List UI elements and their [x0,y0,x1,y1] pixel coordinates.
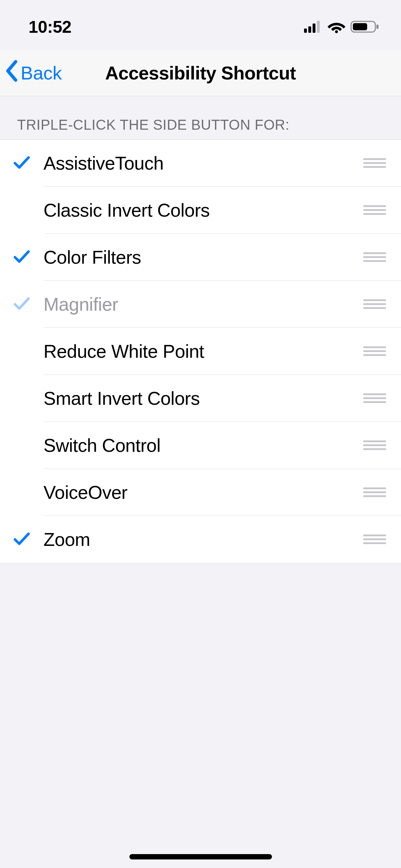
checkmark-slot [0,296,43,313]
list-item-label: Classic Invert Colors [43,200,363,221]
reorder-handle-icon[interactable] [363,487,401,497]
list-item[interactable]: Color Filters [0,234,401,281]
list-item[interactable]: AssistiveTouch [0,140,401,187]
svg-rect-17 [363,299,386,301]
list-item[interactable]: VoiceOver [0,469,401,516]
back-label: Back [21,62,62,84]
shortcut-list: AssistiveTouchClassic Invert ColorsColor… [0,139,401,563]
svg-rect-7 [376,25,379,29]
svg-rect-0 [304,29,307,33]
list-item-label: Magnifier [43,294,363,315]
svg-rect-13 [363,213,386,215]
svg-rect-1 [308,26,311,33]
svg-rect-21 [363,350,386,352]
cellular-signal-icon [304,21,323,33]
svg-rect-34 [363,542,386,544]
list-item[interactable]: Zoom [0,516,401,563]
svg-rect-30 [363,491,386,493]
svg-rect-18 [363,303,386,305]
svg-point-4 [335,30,338,33]
svg-rect-10 [363,166,386,168]
list-item[interactable]: Magnifier [0,281,401,328]
checkmark-slot [0,155,43,172]
section-header: TRIPLE-CLICK THE SIDE BUTTON FOR: [0,96,401,139]
list-item-label: VoiceOver [43,482,363,503]
svg-rect-2 [313,24,315,33]
svg-rect-27 [363,444,386,446]
svg-rect-12 [363,209,386,211]
svg-rect-32 [363,534,386,536]
svg-rect-31 [363,495,386,497]
svg-rect-14 [363,252,386,254]
checkmark-icon [14,296,30,313]
checkmark-slot [0,531,43,548]
reorder-handle-icon[interactable] [363,534,401,544]
svg-rect-24 [363,397,386,399]
list-item[interactable]: Reduce White Point [0,328,401,375]
reorder-handle-icon[interactable] [363,393,401,403]
svg-rect-22 [363,354,386,356]
svg-rect-9 [363,162,386,164]
back-button[interactable]: Back [5,60,62,87]
list-item-label: Switch Control [43,435,363,456]
status-indicators [304,16,387,33]
list-item-label: Reduce White Point [43,341,363,362]
svg-rect-15 [363,256,386,258]
svg-rect-11 [363,205,386,207]
status-bar: 10:52 [0,0,401,50]
list-item[interactable]: Switch Control [0,422,401,469]
list-item[interactable]: Smart Invert Colors [0,375,401,422]
reorder-handle-icon[interactable] [363,440,401,450]
reorder-handle-icon[interactable] [363,158,401,168]
svg-rect-26 [363,440,386,442]
list-item-label: AssistiveTouch [43,153,363,174]
wifi-icon [328,20,345,33]
svg-rect-28 [363,448,386,450]
reorder-handle-icon[interactable] [363,346,401,356]
svg-rect-33 [363,538,386,540]
home-indicator [129,854,272,859]
svg-rect-19 [363,307,386,309]
reorder-handle-icon[interactable] [363,299,401,309]
list-item-label: Color Filters [43,247,363,268]
list-item-label: Zoom [43,529,363,550]
chevron-left-icon [5,60,19,87]
status-time: 10:52 [29,14,71,37]
svg-rect-20 [363,346,386,348]
list-item-label: Smart Invert Colors [43,388,363,409]
svg-rect-6 [353,23,367,30]
battery-icon [350,20,380,33]
svg-rect-8 [363,158,386,160]
svg-rect-3 [317,21,320,33]
checkmark-icon [14,531,30,548]
svg-rect-25 [363,401,386,403]
svg-rect-29 [363,487,386,489]
reorder-handle-icon[interactable] [363,252,401,262]
checkmark-slot [0,249,43,266]
page-title: Accessibility Shortcut [105,62,296,84]
navigation-bar: Back Accessibility Shortcut [0,50,401,96]
reorder-handle-icon[interactable] [363,205,401,215]
svg-rect-23 [363,393,386,395]
svg-rect-16 [363,260,386,262]
list-item[interactable]: Classic Invert Colors [0,187,401,234]
checkmark-icon [14,249,30,266]
checkmark-icon [14,155,30,172]
